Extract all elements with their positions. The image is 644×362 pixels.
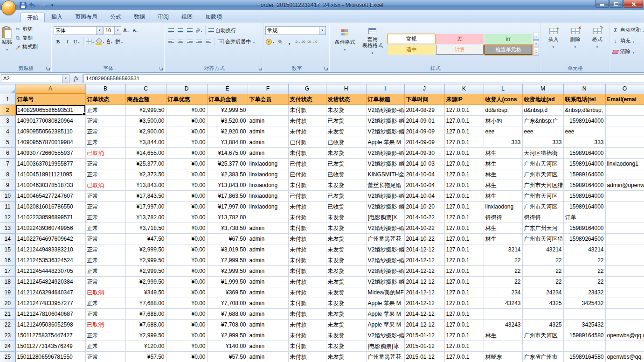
cell-F24[interactable]: admin — [248, 341, 288, 352]
cell-N22[interactable]: 3425432 — [563, 320, 605, 330]
row-header-11[interactable]: 11 — [0, 202, 15, 212]
cell-F8[interactable]: linxiaodong — [248, 169, 288, 180]
cell-A11[interactable]: 141020816016786550 — [15, 202, 85, 212]
cell-G9[interactable]: 未付款 — [288, 180, 326, 191]
cell-J4[interactable]: 2014-09-09 — [404, 126, 444, 137]
column-header-B[interactable]: B — [85, 84, 125, 94]
cell-M13[interactable]: 广东广州天河 — [522, 223, 563, 234]
cell-D11[interactable]: ¥0.00 — [166, 202, 207, 212]
scroll-down-icon[interactable] — [533, 40, 539, 47]
cell-E21[interactable]: ¥7,688.00 — [207, 309, 248, 320]
cut-button[interactable]: ✂剪切 — [14, 25, 50, 34]
cell-E14[interactable]: ¥67.50 — [207, 234, 248, 244]
column-header-E[interactable]: E — [207, 84, 248, 94]
cell-C2[interactable]: ¥2,999.50 — [125, 105, 166, 116]
cell-I7[interactable]: V2婚纱摄影-婚 — [366, 159, 404, 169]
cell-B10[interactable]: 正常 — [85, 191, 125, 202]
cell-G18[interactable]: 未付款 — [288, 277, 326, 287]
cell-F9[interactable]: linxiaodong — [248, 180, 288, 191]
column-header-K[interactable]: K — [444, 84, 484, 94]
cell-J22[interactable]: 2014-12-12 — [404, 320, 444, 330]
cell-G15[interactable]: 未付款 — [288, 244, 326, 255]
tab-page-layout[interactable]: 页面布局 — [69, 12, 104, 22]
cell-G4[interactable]: 未付款 — [288, 126, 326, 137]
cell-C21[interactable]: ¥7,688.00 — [125, 309, 166, 320]
cell-M19[interactable]: 24234 — [522, 287, 563, 298]
cell-I15[interactable]: V2婚纱摄影-婚 — [366, 244, 404, 255]
cell-G14[interactable]: 未付款 — [288, 234, 326, 244]
cell-F12[interactable] — [248, 212, 288, 223]
cell-B13[interactable]: 正常 — [85, 223, 125, 234]
cell-H6[interactable]: 未发货 — [326, 148, 366, 159]
cell-D17[interactable]: ¥0.00 — [166, 266, 207, 277]
cell-K2[interactable]: 127.0.0.1 — [444, 105, 484, 116]
cell-A12[interactable]: 141022338596899571 — [15, 212, 85, 223]
cell-D3[interactable]: ¥0.00 — [166, 116, 207, 126]
cell-B16[interactable]: 正常 — [85, 255, 125, 266]
cell-I1[interactable]: 订单标题 — [366, 94, 404, 105]
cell-H11[interactable]: 已收货 — [326, 202, 366, 212]
cell-O20[interactable] — [605, 298, 644, 309]
cell-E6[interactable]: ¥14,675.00 — [207, 148, 248, 159]
cell-B8[interactable]: 正常 — [85, 169, 125, 180]
row-header-19[interactable]: 19 — [0, 287, 15, 298]
italic-button[interactable]: I — [63, 37, 72, 46]
cell-G24[interactable]: 未付款 — [288, 341, 326, 352]
cell-C25[interactable]: ¥57.50 — [125, 352, 166, 362]
cell-H8[interactable]: 已收货 — [326, 169, 366, 180]
cell-O18[interactable] — [605, 277, 644, 287]
cell-L6[interactable]: 林生 — [484, 148, 522, 159]
cell-K18[interactable]: 127.0.0.1 — [444, 277, 484, 287]
cell-B20[interactable]: 正常 — [85, 298, 125, 309]
comma-style-button[interactable]: , — [285, 37, 294, 46]
cell-A18[interactable]: 141212454824920384 — [15, 277, 85, 287]
cell-M23[interactable]: 广州市天河区 — [522, 330, 563, 341]
cell-O16[interactable] — [605, 255, 644, 266]
cell-E19[interactable]: ¥369.50 — [207, 287, 248, 298]
cell-J2[interactable]: 2014-08-29 — [404, 105, 444, 116]
row-header-16[interactable]: 16 — [0, 255, 15, 266]
cell-L12[interactable]: 得得得 — [484, 212, 522, 223]
cell-K14[interactable]: 127.0.0.1 — [444, 234, 484, 244]
cell-M1[interactable]: 收货地址(ad — [522, 94, 563, 105]
cell-K16[interactable]: 127.0.0.1 — [444, 255, 484, 266]
cell-B15[interactable]: 正常 — [85, 244, 125, 255]
cell-D9[interactable]: ¥0.00 — [166, 180, 207, 191]
cell-L1[interactable]: 收货人(cons — [484, 94, 522, 105]
cell-F10[interactable]: linxiaodong — [248, 191, 288, 202]
cell-J24[interactable]: 2015-01-12 — [404, 341, 444, 352]
cell-N5[interactable]: 333 — [563, 137, 605, 148]
cell-B19[interactable]: 已取消 — [85, 287, 125, 298]
more-styles-icon[interactable] — [533, 48, 539, 56]
cell-C5[interactable]: ¥3,844.00 — [125, 137, 166, 148]
increase-indent-button[interactable] — [204, 37, 213, 46]
cell-B3[interactable]: 正常 — [85, 116, 125, 126]
fill-button[interactable]: ↓填充 — [611, 36, 644, 46]
column-header-F[interactable]: F — [248, 84, 288, 94]
cell-L2[interactable]: dd&nbsp; — [484, 105, 522, 116]
cell-N7[interactable]: 15989164000 — [563, 159, 605, 169]
cell-G11[interactable]: 未付款 — [288, 202, 326, 212]
cell-O10[interactable] — [605, 191, 644, 202]
cell-M20[interactable]: 4325 — [522, 298, 563, 309]
cell-G5[interactable]: 已付款 — [288, 137, 326, 148]
cell-E2[interactable]: ¥2,999.50 — [207, 105, 248, 116]
name-box[interactable]: A2 — [1, 74, 62, 83]
cell-F23[interactable]: admin — [248, 330, 288, 341]
cell-M16[interactable]: 22 — [522, 255, 563, 266]
cell-J25[interactable]: 2015-01-12 — [404, 352, 444, 362]
cell-O24[interactable] — [605, 341, 644, 352]
cell-N8[interactable]: 15989164000 — [563, 169, 605, 180]
cell-A20[interactable]: 141212474833957277 — [15, 298, 85, 309]
cell-G10[interactable]: 已付款 — [288, 191, 326, 202]
cell-N19[interactable]: 23432 — [563, 287, 605, 298]
cell-N10[interactable]: 15989164000 — [563, 191, 605, 202]
cell-C7[interactable]: ¥25,377.00 — [125, 159, 166, 169]
cell-F21[interactable]: admin — [248, 309, 288, 320]
cell-M14[interactable]: 广州市天河区猎 — [522, 234, 563, 244]
cell-E4[interactable]: ¥2,920.00 — [207, 126, 248, 137]
cell-A2[interactable]: 140829065586593531 — [15, 105, 85, 116]
cell-K9[interactable]: 127.0.0.1 — [444, 180, 484, 191]
cell-D15[interactable]: ¥0.00 — [166, 244, 207, 255]
format-cells-button[interactable]: 格式 — [587, 24, 608, 64]
